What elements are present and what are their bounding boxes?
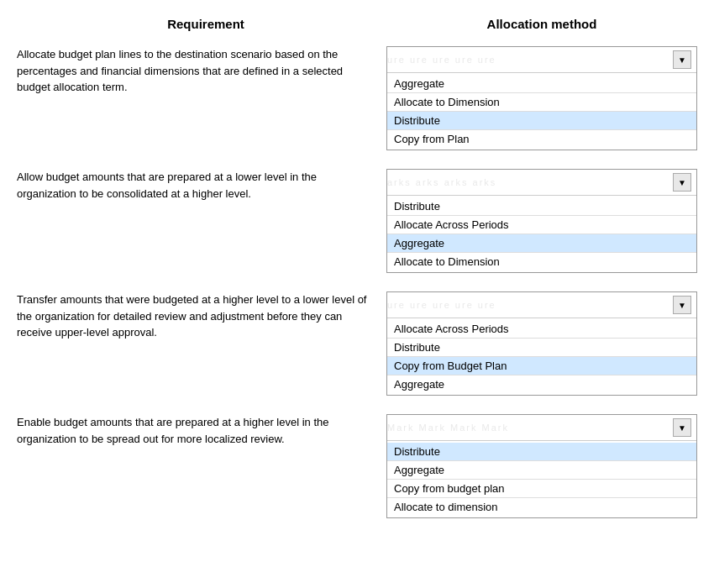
- option-3-2[interactable]: Distribute: [387, 339, 696, 357]
- option-2-1[interactable]: Distribute: [387, 197, 696, 216]
- dropdown-options-1: AggregateAllocate to DimensionDistribute…: [387, 73, 696, 150]
- option-1-2[interactable]: Allocate to Dimension: [387, 93, 696, 112]
- option-1-4[interactable]: Copy from Plan: [387, 130, 696, 148]
- allocation-header: Allocation method: [386, 17, 697, 31]
- dropdown-header-2[interactable]: arks arks arks arks▼: [387, 170, 696, 196]
- content-row-4: Enable budget amounts that are prepared …: [17, 414, 697, 518]
- requirement-text-3: Transfer amounts that were budgeted at a…: [17, 291, 386, 341]
- allocation-dropdown-1[interactable]: ure ure ure ure ure▼AggregateAllocate to…: [386, 46, 697, 150]
- dropdown-arrow-2[interactable]: ▼: [673, 173, 691, 192]
- dropdown-header-3[interactable]: ure ure ure ure ure▼: [387, 292, 696, 318]
- option-3-4[interactable]: Aggregate: [387, 375, 696, 393]
- dropdown-options-2: DistributeAllocate Across PeriodsAggrega…: [387, 196, 696, 272]
- option-2-3[interactable]: Aggregate: [387, 234, 696, 253]
- allocation-dropdown-2[interactable]: arks arks arks arks▼DistributeAllocate A…: [386, 169, 697, 273]
- option-3-3[interactable]: Copy from Budget Plan: [387, 357, 696, 375]
- option-4-2[interactable]: Aggregate: [387, 461, 696, 480]
- dropdown-header-1[interactable]: ure ure ure ure ure▼: [387, 47, 696, 73]
- option-2-4[interactable]: Allocate to Dimension: [387, 253, 696, 270]
- dropdown-header-4[interactable]: Mark Mark Mark Mark▼: [387, 415, 696, 441]
- requirement-header: Requirement: [17, 17, 386, 31]
- option-2-2[interactable]: Allocate Across Periods: [387, 216, 696, 234]
- dropdown-options-3: Allocate Across PeriodsDistributeCopy fr…: [387, 318, 696, 395]
- allocation-dropdown-3[interactable]: ure ure ure ure ure▼Allocate Across Peri…: [386, 291, 697, 396]
- rows-container: Allocate budget plan lines to the destin…: [17, 46, 697, 518]
- content-row-2: Allow budget amounts that are prepared a…: [17, 169, 697, 273]
- option-4-1[interactable]: Distribute: [387, 443, 696, 461]
- table-header: Requirement Allocation method: [17, 17, 697, 31]
- watermark-4: Mark Mark Mark Mark: [387, 415, 671, 440]
- allocation-dropdown-4[interactable]: Mark Mark Mark Mark▼DistributeAggregateC…: [386, 414, 697, 518]
- dropdown-arrow-1[interactable]: ▼: [673, 50, 691, 69]
- requirement-text-1: Allocate budget plan lines to the destin…: [17, 46, 386, 96]
- watermark-2: arks arks arks arks: [387, 170, 671, 195]
- option-1-1[interactable]: Aggregate: [387, 75, 696, 93]
- watermark-1: ure ure ure ure ure: [387, 47, 671, 72]
- option-3-1[interactable]: Allocate Across Periods: [387, 320, 696, 339]
- content-row-1: Allocate budget plan lines to the destin…: [17, 46, 697, 150]
- option-1-3[interactable]: Distribute: [387, 112, 696, 130]
- requirement-text-2: Allow budget amounts that are prepared a…: [17, 169, 386, 202]
- content-row-3: Transfer amounts that were budgeted at a…: [17, 291, 697, 396]
- watermark-3: ure ure ure ure ure: [387, 292, 671, 318]
- option-4-3[interactable]: Copy from budget plan: [387, 480, 696, 498]
- dropdown-options-4: DistributeAggregateCopy from budget plan…: [387, 441, 696, 517]
- requirement-text-4: Enable budget amounts that are prepared …: [17, 414, 386, 447]
- dropdown-arrow-4[interactable]: ▼: [673, 418, 691, 437]
- option-4-4[interactable]: Allocate to dimension: [387, 498, 696, 516]
- dropdown-arrow-3[interactable]: ▼: [673, 296, 691, 314]
